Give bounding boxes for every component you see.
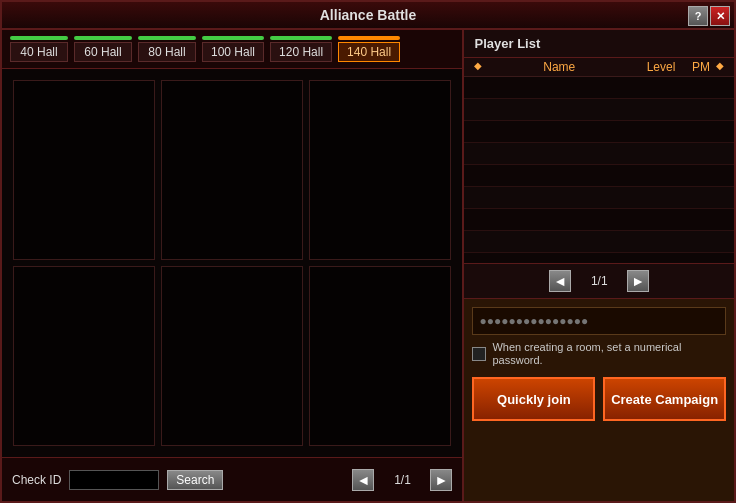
tab-100hall[interactable]: 100 Hall	[202, 36, 264, 62]
tab-120hall-label: 120 Hall	[270, 42, 332, 62]
next-page-button[interactable]: ►	[430, 469, 452, 491]
col-level-header: Level	[636, 60, 686, 74]
checkbox-row: When creating a room, set a numerical pa…	[472, 341, 726, 367]
window-title: Alliance Battle	[320, 7, 416, 23]
content-area: 40 Hall 60 Hall 80 Hall 100 Hall 120 Hal…	[2, 30, 734, 501]
tab-100hall-bar	[202, 36, 264, 40]
quickly-join-button[interactable]: Quickly join	[472, 377, 595, 421]
player-row[interactable]	[464, 77, 734, 99]
password-input[interactable]	[479, 314, 719, 328]
player-page-info: 1/1	[579, 274, 619, 288]
checkbox-label: When creating a room, set a numerical pa…	[492, 341, 726, 367]
left-panel: 40 Hall 60 Hall 80 Hall 100 Hall 120 Hal…	[2, 30, 464, 501]
player-row[interactable]	[464, 187, 734, 209]
player-row[interactable]	[464, 165, 734, 187]
player-list-header: Player List	[464, 30, 734, 58]
player-next-page-button[interactable]: ►	[627, 270, 649, 292]
room-cell-6[interactable]	[309, 266, 451, 446]
player-list-pagination: ◄ 1/1 ►	[464, 263, 734, 299]
player-row[interactable]	[464, 209, 734, 231]
player-row[interactable]	[464, 231, 734, 253]
prev-page-button[interactable]: ◄	[352, 469, 374, 491]
main-window: Alliance Battle ? ✕ 40 Hall 60 Hall	[0, 0, 736, 503]
right-bottom: When creating a room, set a numerical pa…	[464, 299, 734, 501]
tab-140hall[interactable]: 140 Hall	[338, 36, 400, 62]
help-button[interactable]: ?	[688, 6, 708, 26]
tab-60hall-label: 60 Hall	[74, 42, 132, 62]
tab-80hall-label: 80 Hall	[138, 42, 196, 62]
search-button[interactable]: Search	[167, 470, 223, 490]
action-buttons: Quickly join Create Campaign	[472, 377, 726, 421]
tab-80hall-bar	[138, 36, 196, 40]
tab-80hall[interactable]: 80 Hall	[138, 36, 196, 62]
tab-140hall-label: 140 Hall	[338, 42, 400, 62]
hall-tabs: 40 Hall 60 Hall 80 Hall 100 Hall 120 Hal…	[2, 30, 462, 69]
left-pagination: ◄ 1/1 ►	[352, 469, 452, 491]
tab-140hall-bar	[338, 36, 400, 40]
col-pm-header: PM	[686, 60, 716, 74]
tab-40hall-label: 40 Hall	[10, 42, 68, 62]
tab-40hall[interactable]: 40 Hall	[10, 36, 68, 62]
player-list-columns: ◆ Name Level PM ◆	[464, 58, 734, 77]
right-panel: Player List ◆ Name Level PM ◆	[464, 30, 734, 501]
title-buttons: ? ✕	[688, 6, 730, 26]
page-info: 1/1	[382, 473, 422, 487]
create-campaign-button[interactable]: Create Campaign	[603, 377, 726, 421]
bottom-bar: Check ID Search ◄ 1/1 ►	[2, 457, 462, 501]
password-input-area	[472, 307, 726, 335]
player-row[interactable]	[464, 253, 734, 263]
tab-60hall[interactable]: 60 Hall	[74, 36, 132, 62]
check-id-label: Check ID	[12, 473, 61, 487]
player-row[interactable]	[464, 99, 734, 121]
title-bar: Alliance Battle ? ✕	[2, 2, 734, 30]
room-cell-4[interactable]	[13, 266, 155, 446]
room-cell-1[interactable]	[13, 80, 155, 260]
col-name-header: Name	[482, 60, 636, 74]
player-prev-page-button[interactable]: ◄	[549, 270, 571, 292]
tab-120hall-bar	[270, 36, 332, 40]
tab-60hall-bar	[74, 36, 132, 40]
room-cell-3[interactable]	[309, 80, 451, 260]
room-cell-2[interactable]	[161, 80, 303, 260]
tab-120hall[interactable]: 120 Hall	[270, 36, 332, 62]
tab-100hall-label: 100 Hall	[202, 42, 264, 62]
password-checkbox[interactable]	[472, 347, 486, 361]
player-row[interactable]	[464, 143, 734, 165]
tab-40hall-bar	[10, 36, 68, 40]
rooms-grid	[2, 69, 462, 457]
player-row[interactable]	[464, 121, 734, 143]
room-cell-5[interactable]	[161, 266, 303, 446]
player-list-body	[464, 77, 734, 263]
col-diamond-left: ◆	[474, 60, 482, 74]
col-diamond-right: ◆	[716, 60, 724, 74]
close-button[interactable]: ✕	[710, 6, 730, 26]
check-id-input[interactable]	[69, 470, 159, 490]
